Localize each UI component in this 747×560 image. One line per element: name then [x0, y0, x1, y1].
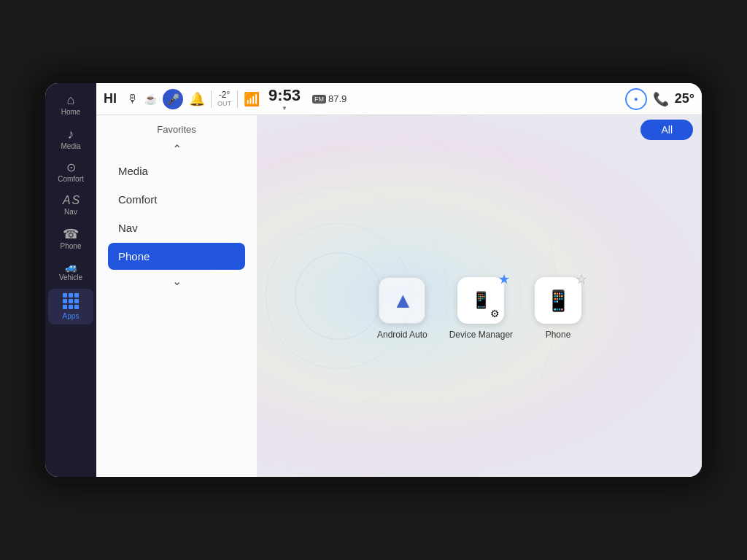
wifi-icon: 📶 [244, 91, 260, 107]
phone-call-icon[interactable]: 📞 [653, 91, 669, 107]
apps-grid-icon [63, 293, 79, 309]
sidebar-item-nav[interactable]: A S Nav [48, 190, 93, 220]
apps-grid-container: ▲ Android Auto 📱 ⚙ ★ [257, 140, 702, 477]
vehicle-icon: 🚙 [65, 262, 77, 272]
nav-item-media[interactable]: Media [108, 158, 245, 184]
outside-temp: -2° OUT [217, 90, 231, 108]
sidebar-label-apps: Apps [63, 312, 80, 320]
radio-display[interactable]: FM 87.9 [312, 93, 347, 104]
topbar: HI 🎙 ☕ 🎤 🔔 -2° OUT 📶 9:53 ▼ [96, 83, 702, 115]
sidebar-item-home[interactable]: ⌂ Home [48, 89, 93, 120]
favorites-label: Favorites [96, 121, 257, 141]
device-manager-star: ★ [498, 271, 510, 287]
android-auto-icon: ▲ [392, 288, 412, 313]
nav-item-comfort[interactable]: Comfort [108, 186, 245, 213]
sidebar-label-comfort: Comfort [58, 175, 84, 183]
sidebar-item-vehicle[interactable]: 🚙 Vehicle [48, 257, 93, 286]
nav-item-phone[interactable]: Phone [108, 243, 245, 270]
radio-freq: 87.9 [328, 93, 347, 104]
right-content: All ▲ Android Auto [257, 115, 702, 477]
home-icon: ⌂ [67, 93, 75, 106]
filter-tabs: All [257, 115, 702, 140]
nav-icon: A S [63, 195, 79, 206]
topbar-right: ● 📞 25° [625, 88, 694, 110]
voice-button[interactable]: 🎤 [163, 89, 183, 109]
sidebar-item-phone[interactable]: ☎ Phone [48, 223, 93, 254]
sidebar-item-comfort[interactable]: ⊙ Comfort [48, 158, 93, 187]
media-icon: ♪ [68, 128, 74, 141]
content-area: Favorites ⌃ Media Comfort Nav Phone ⌄ Al… [96, 115, 702, 477]
sidebar-label-home: Home [61, 108, 81, 116]
sidebar: ⌂ Home ♪ Media ⊙ Comfort A S Nav ☎ Phone [45, 83, 96, 477]
phone-star-empty: ☆ [576, 271, 587, 287]
nav-item-nav[interactable]: Nav [108, 214, 245, 241]
car-display-frame: ⌂ Home ♪ Media ⊙ Comfort A S Nav ☎ Phone [38, 76, 709, 484]
filter-tab-all[interactable]: All [640, 120, 693, 140]
steam-icon: ☕ [144, 93, 157, 105]
divider-2 [237, 90, 238, 108]
phone-app-icon: 📱 [546, 289, 571, 313]
app-android-auto[interactable]: ▲ Android Auto [377, 277, 427, 340]
device-manager-phone-icon: 📱 [471, 291, 491, 310]
cabin-temp: 25° [675, 91, 694, 106]
left-panel: Favorites ⌃ Media Comfort Nav Phone ⌄ [96, 115, 257, 477]
device-manager-label: Device Manager [449, 330, 513, 340]
app-device-manager[interactable]: 📱 ⚙ ★ Device Manager [449, 277, 513, 340]
device-manager-icon-wrapper: 📱 ⚙ [457, 277, 504, 324]
sidebar-label-media: Media [61, 142, 80, 150]
voice-assistant-button[interactable]: ● [625, 88, 647, 110]
divider-1 [211, 90, 212, 108]
phone-app-icon-wrapper: 📱 [535, 277, 581, 324]
temp-label: OUT [217, 100, 231, 108]
sidebar-label-vehicle: Vehicle [59, 273, 82, 281]
android-auto-label: Android Auto [377, 330, 427, 340]
app-phone[interactable]: 📱 ☆ Phone [535, 277, 581, 340]
siri-icon: 🎙 [127, 93, 139, 106]
greeting-label: HI [104, 91, 117, 106]
comfort-icon: ⊙ [66, 162, 76, 174]
mic-icon: 🎤 [167, 93, 179, 105]
scroll-down-button[interactable]: ⌄ [96, 270, 257, 292]
sidebar-label-phone: Phone [61, 242, 82, 250]
sidebar-item-media[interactable]: ♪ Media [48, 123, 93, 155]
sidebar-label-nav: Nav [64, 208, 77, 216]
fm-badge: FM [312, 95, 326, 104]
dropdown-chevron: ▼ [282, 105, 287, 112]
main-content: HI 🎙 ☕ 🎤 🔔 -2° OUT 📶 9:53 ▼ [96, 83, 702, 477]
device-manager-gear-icon: ⚙ [490, 308, 500, 319]
circle-dot-icon: ● [634, 95, 638, 103]
phone-app-label: Phone [546, 330, 571, 340]
infotainment-screen: ⌂ Home ♪ Media ⊙ Comfort A S Nav ☎ Phone [45, 83, 702, 477]
camera-notch [368, 76, 379, 82]
category-nav-list: Media Comfort Nav Phone [96, 158, 257, 270]
phone-sidebar-icon: ☎ [63, 228, 79, 241]
sidebar-item-apps[interactable]: Apps [48, 289, 93, 324]
temp-value: -2° [217, 90, 231, 100]
scroll-up-button[interactable]: ⌃ [96, 141, 257, 158]
android-auto-icon-wrapper: ▲ [379, 277, 425, 324]
bell-icon[interactable]: 🔔 [189, 91, 205, 107]
clock: 9:53 [268, 86, 301, 105]
